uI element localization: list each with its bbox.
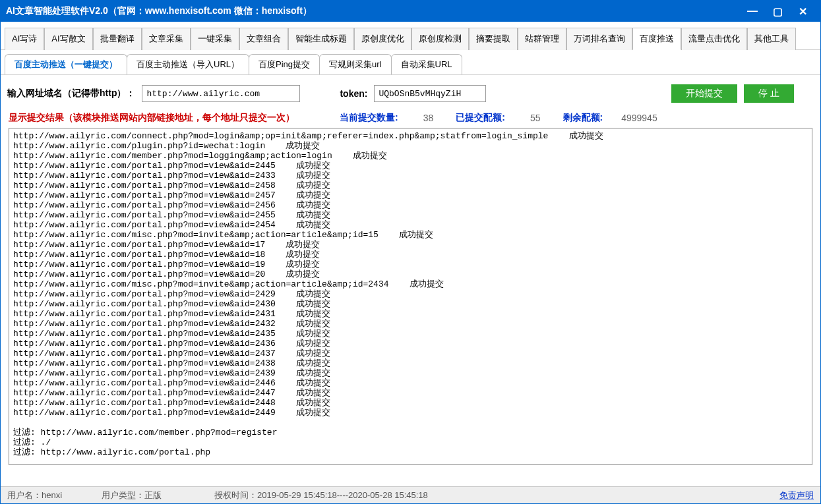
sub-tab-4[interactable]: 自动采集URL (391, 54, 462, 74)
status-auth-label: 授权时间： (214, 490, 257, 501)
current-count-value: 38 (423, 113, 434, 123)
main-tab-8[interactable]: 原创度检测 (411, 28, 469, 50)
close-button[interactable]: ✕ (790, 1, 815, 22)
main-tab-3[interactable]: 文章采集 (142, 28, 191, 50)
main-tab-1[interactable]: AI写散文 (44, 28, 92, 50)
log-output[interactable]: http://www.ailyric.com/connect.php?mod=l… (9, 128, 812, 465)
statusbar: 用户名： henxi 用户类型： 正版 授权时间： 2019-05-29 15:… (1, 486, 820, 503)
main-tab-13[interactable]: 流量点击优化 (681, 28, 747, 50)
domain-input[interactable] (142, 85, 300, 102)
input-row: 输入网址域名（记得带http）： token: 开始提交 停 止 (1, 75, 820, 112)
remain-value: 4999945 (621, 113, 657, 123)
result-label: 显示提交结果（该模块推送网站内部链接地址，每个地址只提交一次） (9, 112, 295, 124)
minimize-button[interactable]: ― (740, 1, 765, 22)
status-user-value: henxi (42, 490, 62, 500)
main-tab-6[interactable]: 智能生成标题 (288, 28, 354, 50)
remain-label: 剩余配额: (563, 112, 603, 124)
current-count-label: 当前提交数量: (340, 112, 398, 124)
main-tab-12[interactable]: 百度推送 (632, 28, 681, 50)
main-tab-0[interactable]: AI写诗 (5, 28, 44, 50)
main-tab-5[interactable]: 文章组合 (239, 28, 288, 50)
sub-tabs: 百度主动推送（一键提交）百度主动推送（导入URL）百度Ping提交写规则采集ur… (1, 50, 820, 75)
main-tabs: AI写诗AI写散文批量翻译文章采集一键采集文章组合智能生成标题原创度优化原创度检… (1, 22, 820, 50)
submitted-value: 55 (530, 113, 541, 123)
status-user-label: 用户名： (7, 490, 42, 501)
main-tab-7[interactable]: 原创度优化 (354, 28, 411, 50)
status-type-value: 正版 (144, 490, 162, 501)
status-auth-value: 2019-05-29 15:45:18----2020-05-28 15:45:… (257, 490, 428, 500)
main-tab-10[interactable]: 站群管理 (518, 28, 566, 50)
sub-tab-2[interactable]: 百度Ping提交 (249, 54, 320, 74)
token-label: token: (340, 88, 367, 99)
main-tab-2[interactable]: 批量翻译 (93, 28, 142, 50)
sub-tab-3[interactable]: 写规则采集url (319, 54, 391, 74)
submitted-label: 已提交配额: (456, 112, 505, 124)
status-type-label: 用户类型： (102, 490, 144, 501)
maximize-button[interactable]: ▢ (765, 1, 790, 22)
window-title: AI文章智能处理软件V2.0（官网：www.henxisoft.com 微信：h… (6, 5, 312, 17)
token-input[interactable] (374, 85, 486, 102)
main-tab-14[interactable]: 其他工具 (747, 28, 796, 50)
main-tab-9[interactable]: 摘要提取 (469, 28, 518, 50)
stop-button[interactable]: 停 止 (744, 84, 794, 103)
disclaimer-link[interactable]: 免责声明 (779, 490, 814, 501)
main-tab-4[interactable]: 一键采集 (191, 28, 239, 50)
sub-tab-1[interactable]: 百度主动推送（导入URL） (127, 54, 249, 74)
titlebar: AI文章智能处理软件V2.0（官网：www.henxisoft.com 微信：h… (1, 1, 820, 22)
sub-tab-0[interactable]: 百度主动推送（一键提交） (5, 54, 127, 74)
window-controls: ― ▢ ✕ (740, 1, 815, 22)
start-button[interactable]: 开始提交 (671, 84, 737, 103)
domain-label: 输入网址域名（记得带http）： (7, 88, 135, 99)
main-tab-11[interactable]: 万词排名查询 (566, 28, 632, 50)
stats-row: 显示提交结果（该模块推送网站内部链接地址，每个地址只提交一次） 当前提交数量: … (1, 112, 820, 128)
